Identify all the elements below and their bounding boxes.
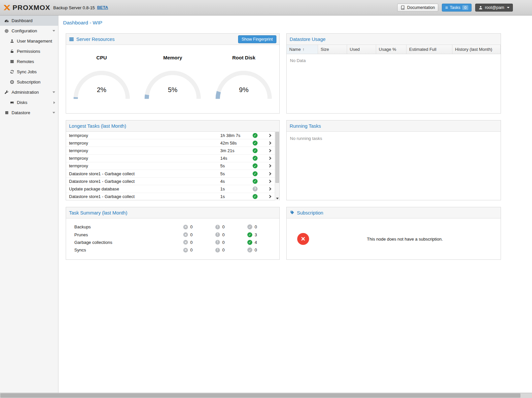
task-row[interactable]: termproxy 3m 21s ✓ (66, 147, 275, 154)
show-fingerprint-button[interactable]: Show Fingerprint (238, 35, 277, 43)
gauge-label: CPU (96, 55, 107, 60)
chevron-right-icon[interactable] (265, 134, 274, 137)
ok-icon: ✓ (247, 240, 252, 245)
column-header-usage-pct[interactable]: Usage % (376, 45, 407, 54)
user-icon (9, 39, 15, 43)
gauge-label: Root Disk (232, 55, 255, 60)
sidebar-item-label: Administration (12, 90, 39, 95)
tasks-button[interactable]: Tasks 0 (442, 4, 472, 12)
gauge-value: 5% (141, 86, 204, 94)
sidebar-item-label: Configuration (12, 28, 37, 33)
running-tasks-panel: Running Tasks No running tasks (286, 120, 501, 200)
longest-tasks-panel: Longest Tasks (last Month) termproxy 1h … (66, 120, 280, 200)
sidebar-item-label: Datastore (12, 110, 30, 115)
chevron-down-icon (53, 91, 55, 93)
beta-link[interactable]: BETA (97, 5, 108, 10)
errors-icon (183, 240, 188, 245)
vertical-scrollbar[interactable] (275, 132, 279, 200)
hdd-icon (9, 100, 15, 105)
datastore-icon (4, 111, 9, 115)
sidebar-item-administration[interactable]: Administration (0, 87, 58, 97)
ok-icon: ✓ (247, 248, 252, 252)
scroll-down-arrow[interactable] (275, 198, 279, 199)
subscription-panel: Subscription This node does not have a s… (286, 207, 501, 260)
chevron-right-icon[interactable] (265, 180, 274, 182)
sidebar-item-dashboard[interactable]: Dashboard (0, 16, 58, 26)
warnings-icon (215, 248, 220, 252)
errors-icon (183, 225, 188, 229)
panel-title: Task Summary (last Month) (69, 210, 127, 216)
warnings-icon (215, 225, 220, 229)
chevron-right-icon[interactable] (265, 188, 274, 190)
summary-row: Backups 0 0 ✓0 (66, 223, 279, 231)
datastore-usage-panel: Datastore Usage Name Size Used Usage % E… (286, 33, 501, 114)
task-list-icon (445, 5, 448, 10)
sidebar-item-label: Disks (17, 100, 27, 105)
task-row[interactable]: Datastore store1 - Garbage collect 1s ✓ (66, 193, 275, 201)
status-icon: ✓ (253, 194, 258, 199)
server-resources-panel: Server Resources Show Fingerprint CPU (66, 33, 280, 114)
documentation-button[interactable]: Documentation (397, 4, 438, 12)
task-row[interactable]: termproxy 5s ✓ (66, 162, 275, 170)
life-ring-icon (9, 80, 15, 84)
column-header-estimated-full[interactable]: Estimated Full (407, 45, 452, 54)
dashboard-icon (4, 18, 9, 23)
task-row[interactable]: Datastore store1 - Garbage collect 4s ✓ (66, 178, 275, 185)
sidebar-item-user-management[interactable]: User Management (0, 36, 58, 46)
chevron-right-icon[interactable] (265, 142, 274, 144)
panel-title: Server Resources (76, 37, 115, 42)
chevron-down-icon (53, 112, 55, 114)
wrench-icon (4, 90, 9, 95)
sort-ascending-icon (302, 47, 304, 52)
column-header-size[interactable]: Size (318, 45, 347, 54)
status-icon: ? (253, 186, 258, 191)
task-row[interactable]: Update package database 1s ? (66, 185, 275, 193)
server-resources-icon (69, 37, 74, 42)
chevron-right-icon[interactable] (265, 195, 274, 198)
chevron-down-icon (53, 30, 55, 32)
user-menu-button[interactable]: root@pam (475, 4, 513, 12)
status-icon: ✓ (253, 171, 258, 176)
gauge-label: Memory (163, 55, 182, 60)
chevron-right-icon (53, 101, 55, 104)
chevron-right-icon[interactable] (265, 173, 274, 175)
refresh-icon (9, 70, 15, 74)
longest-tasks-list: termproxy 1h 38m 7s ✓ termproxy 42m 58s … (66, 132, 275, 200)
subscription-message: This node does not have a subscription. (309, 237, 501, 242)
scrollbar-thumb[interactable] (0, 393, 520, 398)
sidebar-item-sync-jobs[interactable]: Sync Jobs (0, 67, 58, 77)
chevron-right-icon[interactable] (265, 165, 274, 167)
warnings-icon (215, 240, 220, 245)
unlock-icon (9, 49, 15, 53)
user-label: root@pam (485, 5, 504, 10)
sidebar-item-subscription[interactable]: Subscription (0, 77, 58, 87)
task-row[interactable]: Datastore store1 - Garbage collect 5s ✓ (66, 170, 275, 178)
sidebar-item-label: Sync Jobs (17, 69, 37, 74)
task-row[interactable]: termproxy 42m 58s ✓ (66, 139, 275, 147)
status-icon: ✓ (253, 156, 258, 161)
column-header-name[interactable]: Name (287, 45, 318, 54)
scrollbar-thumb[interactable] (275, 132, 279, 183)
sidebar-item-label: Remotes (17, 59, 34, 64)
column-header-history[interactable]: History (last Month) (452, 45, 501, 54)
user-icon (479, 6, 483, 10)
gauge-value: 2% (70, 86, 133, 94)
sidebar-item-label: User Management (17, 39, 52, 44)
chevron-down-icon (507, 7, 510, 8)
task-row[interactable]: termproxy 1h 38m 7s ✓ (66, 132, 275, 139)
gauge-arc (212, 68, 275, 101)
chevron-right-icon[interactable] (265, 149, 274, 152)
horizontal-scrollbar[interactable] (0, 393, 532, 398)
column-header-used[interactable]: Used (347, 45, 376, 54)
sidebar-item-permissions[interactable]: Permissions (0, 46, 58, 56)
task-row[interactable]: termproxy 14s ✓ (66, 155, 275, 162)
gauge-value: 9% (212, 86, 275, 94)
summary-row: Syncs 0 0 ✓0 (66, 246, 279, 254)
book-icon (401, 5, 405, 10)
sidebar-item-remotes[interactable]: Remotes (0, 56, 58, 67)
sidebar-item-disks[interactable]: Disks (0, 97, 58, 108)
errors-icon (183, 248, 188, 252)
chevron-right-icon[interactable] (265, 157, 274, 159)
sidebar-item-configuration[interactable]: Configuration (0, 26, 58, 36)
sidebar-item-datastore[interactable]: Datastore (0, 108, 58, 118)
